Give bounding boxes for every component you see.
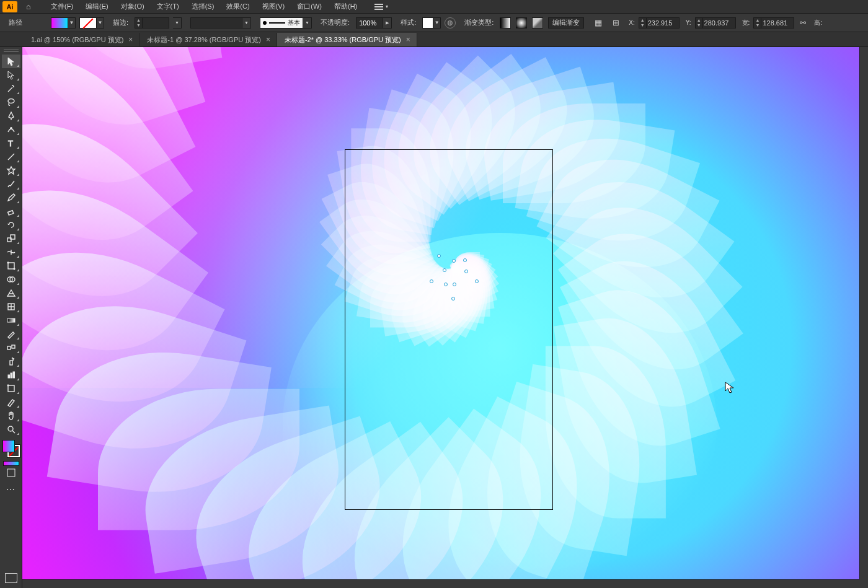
zoom-tool[interactable] (2, 423, 20, 436)
opacity-input[interactable]: 100% (356, 17, 383, 29)
symbol-sprayer-tool[interactable] (2, 354, 20, 368)
menu-bar: Ai ⌂ 文件(F) 编辑(E) 对象(O) 文字(T) 选择(S) 效果(C)… (0, 0, 868, 14)
anchor-point-icon[interactable] (453, 283, 456, 286)
menu-view[interactable]: 视图(V) (256, 2, 291, 11)
menu-help[interactable]: 帮助(H) (328, 2, 363, 11)
anchor-point-icon[interactable] (464, 270, 468, 273)
anchor-point-icon[interactable] (452, 259, 456, 263)
vertical-scrollbar[interactable] (859, 47, 868, 579)
width-tool[interactable] (2, 245, 20, 259)
fill-color-icon[interactable] (2, 440, 15, 452)
transform-panel-icon[interactable]: ⊞ (609, 16, 622, 30)
close-icon[interactable]: × (128, 35, 133, 44)
scale-tool[interactable] (2, 232, 20, 245)
selection-tool[interactable] (2, 55, 20, 68)
anchor-point-icon[interactable] (437, 254, 441, 258)
column-graph-tool[interactable] (2, 368, 20, 382)
home-icon[interactable]: ⌂ (21, 2, 36, 11)
chevron-down-icon[interactable]: ▼ (639, 23, 646, 28)
chevron-up-icon[interactable]: ▲ (135, 18, 142, 23)
menu-edit[interactable]: 编辑(E) (79, 2, 115, 11)
anchor-point-icon[interactable] (451, 297, 455, 301)
anchor-point-icon[interactable] (430, 279, 433, 283)
chevron-down-icon[interactable]: ▼ (754, 23, 761, 28)
menu-effect[interactable]: 效果(C) (220, 2, 255, 11)
stroke-weight-dropdown[interactable]: ▼ (173, 17, 182, 29)
menu-object[interactable]: 对象(O) (115, 2, 151, 11)
screen-mode-icon[interactable] (5, 573, 17, 583)
x-input[interactable]: ▲▼ 232.915 (639, 17, 680, 29)
type-tool[interactable]: T (2, 136, 20, 150)
menu-window[interactable]: 窗口(W) (291, 2, 328, 11)
edit-gradient-button[interactable]: 编辑渐变 (548, 17, 584, 29)
gradient-radial-icon[interactable] (516, 17, 527, 29)
brush-definition-select[interactable]: 基本 (260, 17, 303, 29)
blend-tool[interactable] (2, 341, 20, 354)
eyedropper-tool[interactable] (2, 327, 20, 341)
direct-selection-tool[interactable] (2, 68, 20, 82)
free-transform-tool[interactable] (2, 259, 20, 273)
workspace-switcher[interactable]: ▾ (368, 4, 394, 10)
gradient-freeform-icon[interactable] (532, 17, 543, 29)
close-icon[interactable]: × (406, 35, 410, 44)
stroke-weight-input[interactable]: ▲▼ (135, 17, 169, 29)
curvature-tool[interactable] (2, 123, 20, 136)
fill-swatch-group[interactable]: ▼ (51, 17, 76, 29)
artboard-outline (345, 149, 553, 510)
chevron-down-icon[interactable]: ▼ (303, 17, 312, 29)
width-input[interactable]: ▲▼ 128.681 (753, 17, 794, 29)
shape-builder-tool[interactable] (2, 273, 20, 286)
anchor-point-icon[interactable] (475, 279, 479, 283)
shaper-tool[interactable] (2, 191, 20, 204)
chevron-up-icon[interactable]: ▲ (754, 18, 761, 23)
document-tab[interactable]: 1.ai @ 150% (RGB/GPU 预览) × (24, 33, 140, 46)
more-tools-icon[interactable]: ⋯ (6, 485, 16, 494)
artboard-tool[interactable] (2, 382, 20, 395)
mesh-tool[interactable] (2, 300, 20, 314)
fill-stroke-control[interactable] (2, 440, 20, 457)
canvas-area[interactable] (22, 47, 868, 588)
paintbrush-tool[interactable] (2, 177, 20, 191)
vsp-profile-select[interactable] (190, 17, 242, 29)
pen-tool[interactable] (2, 109, 20, 123)
gradient-tool[interactable] (2, 314, 20, 327)
menu-file[interactable]: 文件(F) (45, 2, 79, 11)
stroke-swatch-group[interactable]: ▼ (79, 17, 104, 29)
align-panel-icon[interactable]: ▦ (591, 16, 605, 30)
gradient-bar-icon[interactable] (3, 461, 19, 466)
menu-select[interactable]: 选择(S) (185, 2, 221, 11)
anchor-point-icon[interactable] (463, 258, 467, 262)
menu-type[interactable]: 文字(T) (151, 2, 185, 11)
chevron-up-icon[interactable]: ▲ (639, 18, 646, 23)
hand-tool[interactable] (2, 409, 20, 423)
line-icon (269, 22, 285, 24)
eraser-tool[interactable] (2, 204, 20, 218)
anchor-point-icon[interactable] (444, 283, 448, 286)
lasso-tool[interactable] (2, 95, 20, 109)
slice-tool[interactable] (2, 395, 20, 409)
rotate-tool[interactable] (2, 218, 20, 232)
x-label: X: (629, 19, 634, 26)
recolor-artwork-icon[interactable]: ◍ (445, 17, 456, 29)
chevron-down-icon[interactable]: ▼ (242, 17, 251, 29)
gradient-linear-icon[interactable] (500, 17, 511, 29)
workspace-icon (374, 4, 383, 10)
chevron-up-icon[interactable]: ▲ (696, 18, 702, 23)
draw-mode-normal-icon[interactable] (2, 466, 20, 480)
perspective-grid-tool[interactable] (2, 286, 20, 300)
line-segment-tool[interactable] (2, 150, 20, 164)
close-icon[interactable]: × (266, 35, 270, 44)
document-tab[interactable]: 未标题-1 @ 37.28% (RGB/GPU 预览) × (140, 33, 277, 46)
panel-grip-icon[interactable] (4, 50, 19, 52)
anchor-point-icon[interactable] (443, 268, 446, 272)
magic-wand-tool[interactable] (2, 82, 20, 95)
link-wh-icon[interactable]: ⚯ (798, 17, 808, 29)
horizontal-scrollbar[interactable] (22, 579, 859, 588)
document-tab[interactable]: 未标题-2* @ 33.33% (RGB/GPU 预览) × (277, 33, 417, 46)
graphic-style-select[interactable]: ▼ (422, 17, 441, 29)
chevron-right-icon[interactable]: ▶ (383, 17, 392, 29)
rectangle-tool[interactable] (2, 164, 20, 177)
y-input[interactable]: ▲▼ 280.937 (695, 17, 736, 29)
chevron-down-icon[interactable]: ▼ (696, 23, 702, 28)
chevron-down-icon[interactable]: ▼ (135, 23, 142, 28)
